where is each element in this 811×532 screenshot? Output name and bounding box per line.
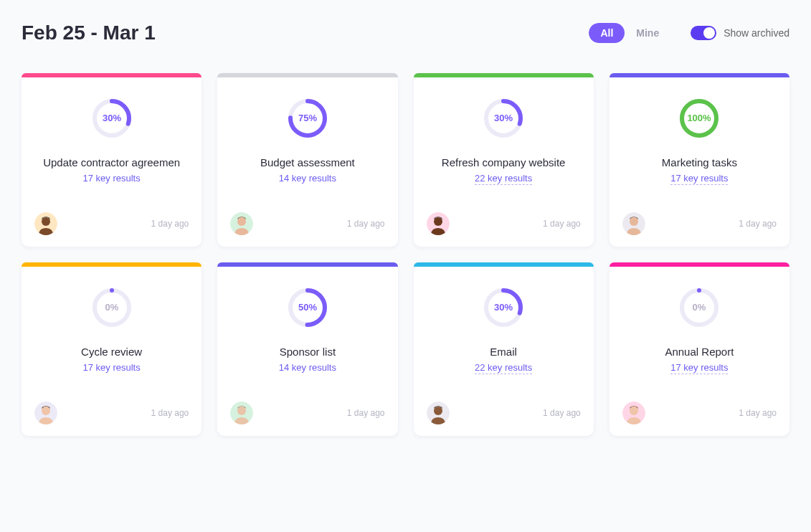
card-accent <box>217 262 397 267</box>
card-title: Email <box>490 346 517 358</box>
filter-all-button[interactable]: All <box>589 23 625 43</box>
progress-label: 50% <box>298 302 317 313</box>
svg-point-11 <box>434 217 442 226</box>
okr-card[interactable]: 30% Email 22 key results 1 day ago <box>414 262 594 436</box>
card-subtitle[interactable]: 14 key results <box>279 362 336 373</box>
card-title: Refresh company website <box>442 156 566 168</box>
card-title: Update contractor agreemen <box>43 156 180 168</box>
card-accent <box>217 73 397 77</box>
progress-label: 0% <box>105 302 118 313</box>
okr-card[interactable]: 0% Annual Report 17 key results 1 day ag… <box>610 262 789 436</box>
progress-label: 100% <box>688 113 712 123</box>
progress-label: 30% <box>494 302 513 313</box>
card-subtitle[interactable]: 17 key results <box>83 173 141 184</box>
okr-card[interactable]: 30% Update contractor agreemen 17 key re… <box>22 73 201 247</box>
card-title: Annual Report <box>665 346 734 358</box>
timestamp: 1 day ago <box>347 219 385 229</box>
show-archived-toggle[interactable] <box>691 26 716 40</box>
progress-ring: 0% <box>677 285 721 333</box>
okr-card[interactable]: 0% Cycle review 17 key results 1 day ago <box>22 262 201 436</box>
card-title: Budget assessment <box>260 156 355 168</box>
card-subtitle[interactable]: 17 key results <box>83 362 141 373</box>
date-range-title: Feb 25 - Mar 1 <box>22 22 156 44</box>
progress-label: 0% <box>693 302 706 313</box>
avatar[interactable] <box>427 402 450 424</box>
okr-card[interactable]: 30% Refresh company website 22 key resul… <box>414 73 594 247</box>
card-accent <box>22 73 201 77</box>
filter-pill: All Mine <box>589 23 670 43</box>
timestamp: 1 day ago <box>151 219 189 229</box>
progress-ring: 100% <box>677 96 721 143</box>
timestamp: 1 day ago <box>347 408 385 418</box>
card-subtitle[interactable]: 17 key results <box>670 362 728 374</box>
svg-point-3 <box>42 217 50 226</box>
avatar[interactable] <box>427 212 450 235</box>
avatar[interactable] <box>230 212 253 235</box>
svg-point-19 <box>42 407 50 415</box>
progress-ring: 75% <box>285 96 330 143</box>
card-subtitle[interactable]: 22 key results <box>475 362 532 374</box>
okr-card[interactable]: 75% Budget assessment 14 key results 1 d… <box>217 73 397 247</box>
card-accent <box>610 262 789 267</box>
card-subtitle[interactable]: 17 key results <box>670 173 728 185</box>
card-accent <box>414 262 594 267</box>
show-archived-label: Show archived <box>724 27 789 39</box>
avatar[interactable] <box>34 402 57 424</box>
card-title: Cycle review <box>81 346 142 358</box>
timestamp: 1 day ago <box>739 219 777 229</box>
progress-ring: 0% <box>90 285 134 333</box>
svg-point-23 <box>237 407 246 415</box>
card-accent <box>22 262 201 267</box>
card-title: Sponsor list <box>280 346 336 358</box>
timestamp: 1 day ago <box>543 219 581 229</box>
card-subtitle[interactable]: 22 key results <box>475 173 532 185</box>
avatar[interactable] <box>622 212 645 235</box>
card-accent <box>610 73 789 77</box>
progress-ring: 30% <box>481 285 526 333</box>
progress-label: 75% <box>298 113 317 123</box>
card-accent <box>414 73 594 77</box>
card-title: Marketing tasks <box>662 156 737 168</box>
avatar[interactable] <box>34 212 57 235</box>
avatar[interactable] <box>230 402 253 424</box>
progress-label: 30% <box>494 113 513 123</box>
svg-point-15 <box>630 217 638 226</box>
progress-label: 30% <box>103 113 121 123</box>
timestamp: 1 day ago <box>739 408 777 418</box>
okr-card[interactable]: 50% Sponsor list 14 key results 1 day ag… <box>217 262 397 436</box>
card-subtitle[interactable]: 14 key results <box>279 173 336 184</box>
progress-ring: 50% <box>285 285 330 333</box>
svg-point-31 <box>630 407 638 415</box>
progress-ring: 30% <box>481 96 526 143</box>
filter-mine-button[interactable]: Mine <box>625 23 670 43</box>
svg-point-27 <box>434 407 442 415</box>
timestamp: 1 day ago <box>151 408 189 418</box>
svg-point-7 <box>237 217 246 226</box>
okr-card[interactable]: 100% Marketing tasks 17 key results 1 da… <box>610 73 789 247</box>
progress-ring: 30% <box>90 96 134 143</box>
avatar[interactable] <box>622 402 645 424</box>
timestamp: 1 day ago <box>543 408 581 418</box>
